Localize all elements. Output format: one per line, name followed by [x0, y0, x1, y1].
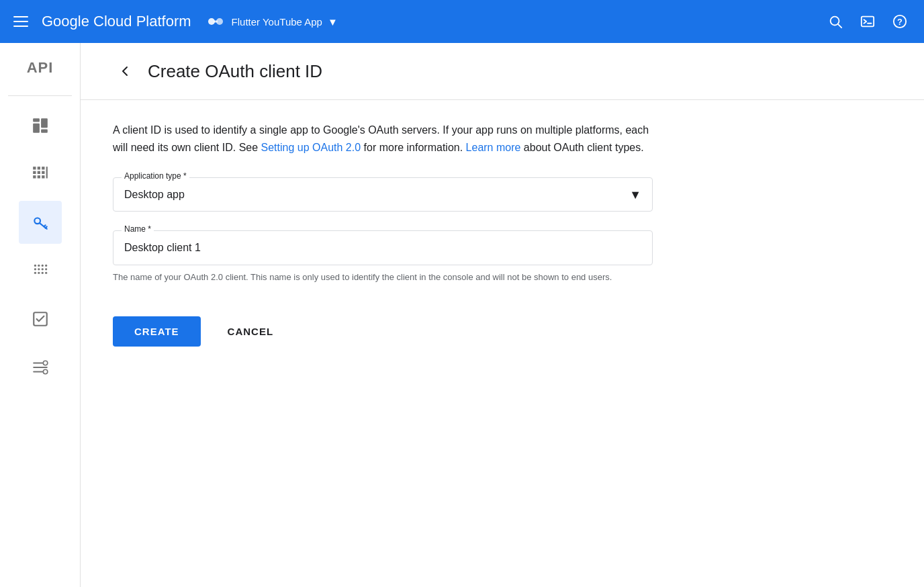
- svg-line-4: [838, 24, 841, 28]
- svg-rect-9: [33, 118, 40, 122]
- application-type-label: Application type *: [122, 171, 189, 181]
- back-button[interactable]: [113, 59, 137, 83]
- svg-point-36: [38, 272, 40, 274]
- project-name: Flutter YouTube App: [232, 16, 322, 28]
- button-row: CREATE CANCEL: [113, 316, 653, 347]
- svg-rect-22: [46, 167, 47, 178]
- nav-actions: ?: [822, 8, 913, 35]
- cancel-button[interactable]: CANCEL: [212, 316, 290, 347]
- search-button[interactable]: [822, 8, 849, 35]
- sidebar-item-dashboard[interactable]: [19, 104, 62, 147]
- application-type-select[interactable]: Web application Android Chrome Extension…: [113, 178, 652, 211]
- top-nav: Google Cloud Platform Flutter YouTube Ap…: [0, 0, 924, 43]
- svg-rect-16: [33, 171, 36, 174]
- project-icon: [205, 11, 226, 32]
- svg-rect-14: [37, 167, 40, 169]
- create-button[interactable]: CREATE: [113, 316, 201, 347]
- svg-rect-15: [42, 167, 44, 169]
- project-selector[interactable]: Flutter YouTube App ▼: [205, 11, 338, 32]
- description-text: A client ID is used to identify a single…: [113, 122, 653, 156]
- svg-rect-5: [862, 17, 874, 27]
- svg-point-33: [41, 268, 43, 270]
- svg-point-32: [38, 268, 40, 270]
- name-container: Name *: [113, 230, 653, 265]
- svg-rect-12: [41, 129, 48, 132]
- svg-rect-10: [33, 124, 40, 133]
- main-content: Create OAuth client ID A client ID is us…: [81, 43, 924, 587]
- name-input[interactable]: [113, 231, 652, 265]
- oauth-setup-link[interactable]: Setting up OAuth 2.0: [261, 142, 361, 153]
- name-field: Name * The name of your OAuth 2.0 client…: [113, 230, 653, 284]
- svg-line-25: [44, 225, 45, 226]
- brand-name: Google Cloud Platform: [42, 13, 191, 30]
- name-hint: The name of your OAuth 2.0 client. This …: [113, 271, 653, 284]
- sidebar-item-dotgrid[interactable]: [19, 249, 62, 292]
- svg-rect-11: [41, 118, 48, 128]
- application-type-field: Application type * Web application Andro…: [113, 177, 653, 212]
- page-title: Create OAuth client ID: [148, 61, 322, 82]
- page-header: Create OAuth client ID: [81, 43, 924, 100]
- svg-point-30: [45, 265, 47, 267]
- svg-rect-2: [214, 21, 218, 23]
- terminal-button[interactable]: [854, 8, 881, 35]
- help-button[interactable]: ?: [886, 8, 913, 35]
- sidebar-item-credentials[interactable]: [19, 201, 62, 244]
- sidebar: API: [0, 43, 81, 587]
- svg-point-38: [45, 272, 47, 274]
- svg-rect-17: [37, 171, 40, 174]
- svg-point-44: [43, 369, 48, 374]
- api-badge: API: [27, 54, 54, 87]
- project-dropdown-icon: ▼: [328, 16, 338, 28]
- svg-point-43: [43, 361, 48, 365]
- form-area: A client ID is used to identify a single…: [81, 100, 685, 368]
- sidebar-item-consent[interactable]: [19, 298, 62, 341]
- application-type-container: Application type * Web application Andro…: [113, 177, 653, 212]
- sidebar-item-settings[interactable]: [19, 346, 62, 389]
- svg-text:?: ?: [897, 17, 903, 27]
- sidebar-divider: [8, 95, 72, 96]
- svg-rect-21: [42, 175, 44, 178]
- learn-more-link[interactable]: Learn more: [466, 142, 521, 153]
- name-label: Name *: [122, 224, 154, 234]
- svg-line-26: [45, 227, 46, 228]
- svg-point-29: [41, 265, 43, 267]
- sidebar-item-products[interactable]: [19, 152, 62, 195]
- svg-point-28: [38, 265, 40, 267]
- svg-rect-19: [33, 175, 36, 178]
- svg-point-27: [34, 265, 36, 267]
- svg-point-35: [34, 272, 36, 274]
- svg-rect-20: [37, 175, 40, 178]
- hamburger-menu[interactable]: [11, 13, 31, 30]
- svg-point-31: [34, 268, 36, 270]
- layout: API: [0, 43, 924, 587]
- svg-rect-18: [42, 171, 44, 174]
- svg-rect-13: [33, 167, 36, 169]
- svg-point-37: [41, 272, 43, 274]
- svg-point-34: [45, 268, 47, 270]
